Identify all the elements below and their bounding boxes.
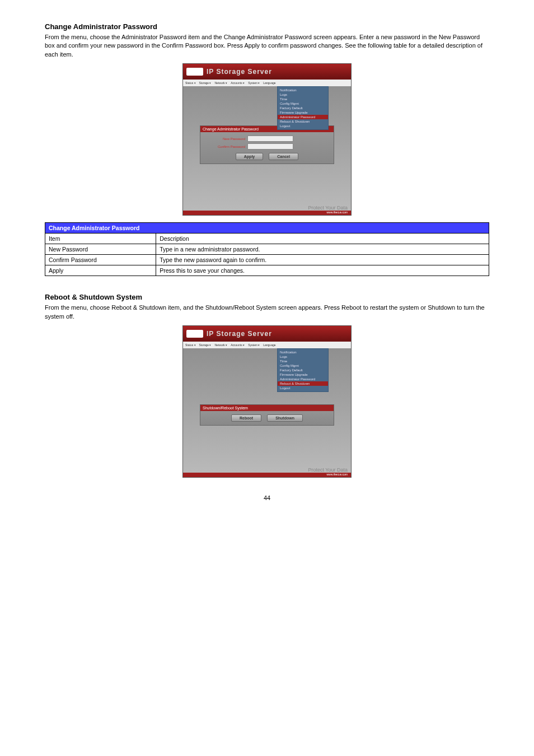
panel-title: Shutdown/Reboot System [200, 405, 334, 411]
menu-language[interactable]: Language [263, 343, 275, 347]
page-number: 44 [45, 494, 489, 501]
shutdown-button[interactable]: Shutdown [267, 414, 303, 422]
dropdown-reboot-shutdown[interactable]: Reboot & Shutdown [278, 119, 328, 124]
system-dropdown: Notification Logs Time Config Mgmt Facto… [277, 86, 329, 130]
confirm-password-input[interactable] [247, 143, 293, 150]
menu-language[interactable]: Language [263, 81, 275, 85]
ss-footer: Protect Your Data www.thecus.com [183, 203, 351, 215]
table-cell-item: Item [45, 234, 156, 244]
ss-header: IP Storage Server [183, 326, 351, 342]
menubar: Status ▾ Storage ▾ Network ▾ Accounts ▾ … [183, 342, 351, 348]
table-cell-item: New Password [45, 244, 156, 255]
menu-storage[interactable]: Storage ▾ [199, 343, 212, 347]
dropdown-notification[interactable]: Notification [278, 88, 328, 92]
menu-network[interactable]: Network ▾ [214, 81, 227, 85]
row-confirm-password: Confirm Password [206, 143, 328, 150]
table-row: New Password Type in a new administrator… [45, 244, 489, 255]
cancel-button[interactable]: Cancel [269, 153, 298, 160]
dropdown-logs[interactable]: Logs [278, 92, 328, 97]
section-reboot-shutdown: Reboot & Shutdown System From the menu, … [45, 293, 489, 478]
dropdown-reboot-shutdown[interactable]: Reboot & Shutdown [278, 381, 328, 386]
section-text: From the menu, choose the Administrator … [45, 33, 489, 59]
admin-password-panel: Change Administrator Password New Passwo… [200, 125, 334, 164]
table-cell-desc: Description [156, 234, 489, 244]
section-title: Reboot & Shutdown System [45, 293, 489, 301]
table-header-row: Change Administrator Password [45, 223, 489, 234]
menu-accounts[interactable]: Accounts ▾ [231, 343, 245, 347]
menu-status[interactable]: Status ▾ [185, 343, 196, 347]
menu-storage[interactable]: Storage ▾ [199, 81, 212, 85]
dropdown-logout[interactable]: Logout [278, 124, 328, 128]
section-text: From the menu, choose Reboot & Shutdown … [45, 304, 489, 321]
table-cell-item: Confirm Password [45, 255, 156, 265]
new-password-label: New Password [206, 137, 245, 141]
menubar: Status ▾ Storage ▾ Network ▾ Accounts ▾ … [183, 80, 351, 86]
new-password-input[interactable] [247, 136, 293, 142]
dropdown-factory-default[interactable]: Factory Default [278, 106, 328, 110]
dropdown-firmware-upgrade[interactable]: Firmware Upgrade [278, 372, 328, 377]
ss-header: IP Storage Server [183, 64, 351, 80]
dropdown-config-mgmt[interactable]: Config Mgmt [278, 101, 328, 106]
table-cell-item: Apply [45, 265, 156, 276]
menu-system[interactable]: System ▾ [248, 81, 260, 85]
dropdown-admin-password[interactable]: Administrator Password [278, 377, 328, 381]
brand-logo [186, 68, 203, 76]
dropdown-notification[interactable]: Notification [278, 350, 328, 354]
section-title: Change Administrator Password [45, 22, 489, 31]
row-new-password: New Password [206, 136, 328, 142]
screenshot-reboot-shutdown: IP Storage Server Status ▾ Storage ▾ Net… [182, 325, 352, 478]
apply-button[interactable]: Apply [236, 153, 263, 160]
screenshot-admin-password: IP Storage Server Status ▾ Storage ▾ Net… [182, 63, 352, 216]
table-row: Item Description [45, 234, 489, 244]
dropdown-logout[interactable]: Logout [278, 386, 328, 390]
brand-logo [186, 330, 203, 338]
menu-network[interactable]: Network ▾ [214, 343, 227, 347]
section-admin-password: Change Administrator Password From the m… [45, 22, 489, 276]
ss-footer: Protect Your Data www.thecus.com [183, 465, 351, 477]
table-row: Confirm Password Type the new password a… [45, 255, 489, 265]
footer-logo: Protect Your Data [308, 467, 351, 473]
dropdown-config-mgmt[interactable]: Config Mgmt [278, 363, 328, 368]
system-dropdown: Notification Logs Time Config Mgmt Facto… [277, 348, 329, 392]
footer-bar: www.thecus.com [183, 211, 351, 215]
button-row: Apply Cancel [206, 153, 328, 160]
dropdown-factory-default[interactable]: Factory Default [278, 368, 328, 372]
reboot-button[interactable]: Reboot [231, 414, 261, 422]
dropdown-firmware-upgrade[interactable]: Firmware Upgrade [278, 110, 328, 115]
confirm-password-label: Confirm Password [206, 145, 245, 148]
table-cell-desc: Press this to save your changes. [156, 265, 489, 276]
menu-system[interactable]: System ▾ [248, 343, 260, 347]
ss-title: IP Storage Server [207, 68, 272, 76]
shutdown-reboot-panel: Shutdown/Reboot System Reboot Shutdown [200, 404, 334, 426]
dropdown-time[interactable]: Time [278, 359, 328, 363]
footer-logo: Protect Your Data [308, 205, 351, 211]
dropdown-logs[interactable]: Logs [278, 354, 328, 359]
menu-accounts[interactable]: Accounts ▾ [231, 81, 245, 85]
dropdown-admin-password[interactable]: Administrator Password [278, 115, 328, 119]
menu-status[interactable]: Status ▾ [185, 81, 196, 85]
admin-password-table: Change Administrator Password Item Descr… [45, 222, 489, 276]
ss-title: IP Storage Server [207, 330, 272, 338]
button-row: Reboot Shutdown [206, 414, 328, 422]
document-page: Change Administrator Password From the m… [0, 0, 534, 524]
table-cell-desc: Type the new password again to confirm. [156, 255, 489, 265]
footer-bar: www.thecus.com [183, 473, 351, 477]
table-header: Change Administrator Password [45, 223, 489, 234]
table-row: Apply Press this to save your changes. [45, 265, 489, 276]
dropdown-time[interactable]: Time [278, 97, 328, 101]
table-cell-desc: Type in a new administrator password. [156, 244, 489, 255]
